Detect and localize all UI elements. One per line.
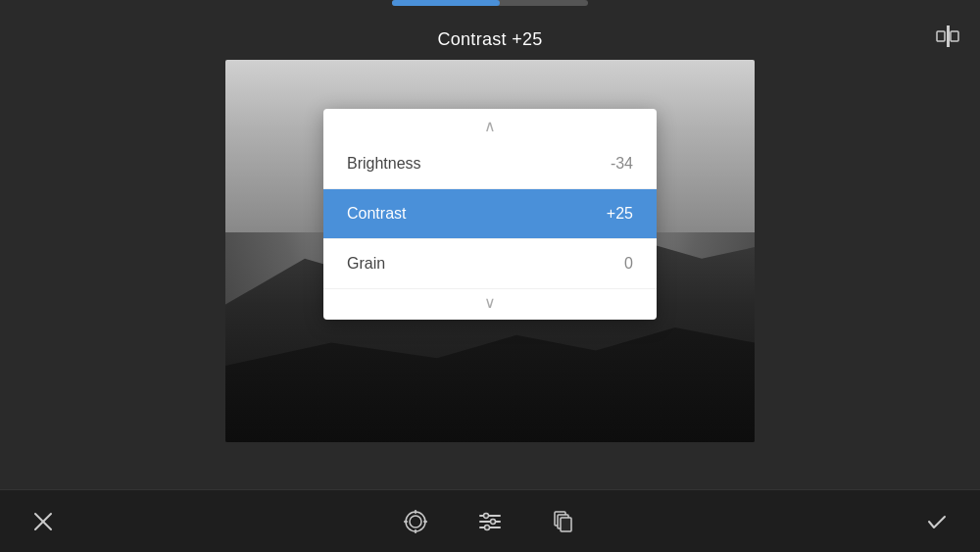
top-slider-area (0, 0, 980, 18)
svg-point-15 (484, 513, 489, 518)
svg-point-7 (410, 516, 421, 527)
bottom-toolbar (0, 489, 980, 552)
filters-icon (552, 509, 577, 534)
close-button[interactable] (24, 504, 63, 539)
confirm-button[interactable] (917, 504, 956, 539)
grain-value: 0 (624, 255, 633, 273)
page-title: Contrast +25 (437, 29, 542, 50)
main-content: Brightness -34 Contrast +25 Grain 0 (0, 60, 980, 489)
svg-point-17 (485, 525, 490, 529)
chevron-up-icon (484, 117, 496, 135)
slider-track[interactable] (392, 0, 588, 6)
chevron-down-icon (484, 293, 496, 312)
adjustments-icon (477, 509, 503, 534)
brightness-value: -34 (611, 155, 633, 173)
adjustments-button[interactable] (472, 504, 508, 539)
compare-split-icon (935, 24, 960, 49)
svg-point-6 (406, 512, 425, 531)
photo-container: Brightness -34 Contrast +25 Grain 0 (225, 60, 755, 442)
svg-rect-20 (561, 518, 571, 531)
contrast-label: Contrast (347, 205, 406, 223)
adjustment-dropdown: Brightness -34 Contrast +25 Grain 0 (323, 109, 657, 320)
toolbar-center-icons (398, 504, 582, 539)
brightness-label: Brightness (347, 155, 421, 173)
contrast-value: +25 (607, 205, 633, 223)
grain-item[interactable]: Grain 0 (323, 239, 657, 289)
compare-icon[interactable] (935, 24, 960, 55)
slider-fill (392, 0, 500, 6)
svg-rect-1 (937, 31, 945, 41)
scroll-down-indicator[interactable] (323, 289, 657, 320)
title-bar: Contrast +25 (0, 18, 980, 60)
svg-point-16 (491, 519, 496, 524)
svg-rect-2 (951, 31, 958, 41)
auto-enhance-button[interactable] (398, 504, 433, 539)
checkmark-icon[interactable] (919, 504, 955, 539)
auto-enhance-icon (403, 509, 428, 534)
check-icon (926, 511, 948, 532)
scroll-up-indicator[interactable] (323, 109, 657, 139)
contrast-item[interactable]: Contrast +25 (323, 189, 657, 239)
x-icon (33, 512, 53, 531)
close-icon[interactable] (25, 504, 61, 539)
brightness-item[interactable]: Brightness -34 (323, 139, 657, 189)
grain-label: Grain (347, 255, 385, 273)
filters-button[interactable] (547, 504, 582, 539)
app-container: Contrast +25 (0, 0, 980, 552)
